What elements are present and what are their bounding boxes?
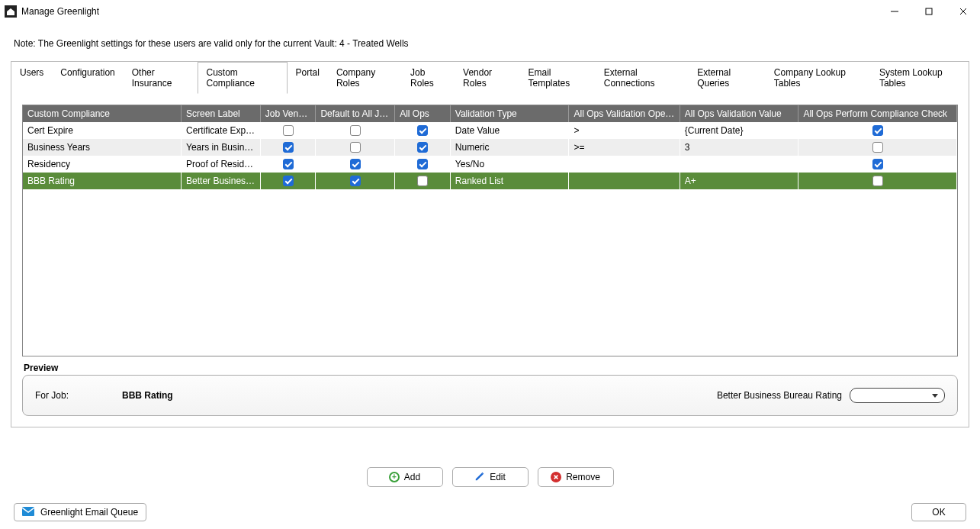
preview-item-name: BBB Rating [122, 390, 173, 401]
preview-field-label: Better Business Bureau Rating [717, 390, 842, 401]
checkbox[interactable] [872, 159, 883, 169]
column-header[interactable]: All Ops [395, 105, 451, 122]
mail-icon [22, 507, 34, 518]
checkbox[interactable] [417, 159, 428, 169]
cell: Better Business B... [182, 173, 261, 189]
cell: Cert Expire [23, 122, 182, 139]
checkbox[interactable] [872, 176, 883, 186]
table-row[interactable]: Cert ExpireCertificate Expirati...Date V… [23, 122, 957, 139]
cell: Certificate Expirati... [182, 122, 261, 139]
plus-icon: + [389, 472, 400, 482]
tabs-container: UsersConfigurationOther InsuranceCustom … [11, 61, 969, 427]
app-icon [5, 5, 17, 18]
remove-button[interactable]: Remove [538, 467, 614, 487]
add-button[interactable]: + Add [367, 467, 443, 487]
email-queue-label: Greenlight Email Queue [40, 507, 138, 518]
ok-button[interactable]: OK [911, 503, 966, 521]
table-row[interactable]: ResidencyProof of ResidencyYes/No [23, 156, 957, 173]
column-header[interactable]: Validation Type [450, 105, 569, 122]
preview-select[interactable] [850, 388, 945, 403]
ok-button-label: OK [932, 507, 945, 518]
edit-button[interactable]: Edit [452, 467, 529, 487]
title-bar: Manage Greenlight [0, 0, 980, 23]
table-row[interactable]: Business YearsYears in BusinessNumeric>=… [23, 139, 957, 156]
tab-content-custom-compliance: Custom ComplianceScreen LabelJob Vendors… [11, 94, 969, 427]
cell: >= [569, 139, 680, 156]
tab-company-roles[interactable]: Company Roles [328, 62, 402, 94]
column-header[interactable]: Default to All Jobs [316, 105, 395, 122]
svg-rect-1 [926, 8, 932, 15]
checkbox[interactable] [350, 176, 361, 186]
tab-users[interactable]: Users [11, 62, 52, 94]
tab-configuration[interactable]: Configuration [52, 62, 123, 94]
column-header[interactable]: Job Vendors [260, 105, 316, 122]
tab-strip: UsersConfigurationOther InsuranceCustom … [11, 62, 969, 94]
column-header[interactable]: All Ops Validation Value [680, 105, 798, 122]
note-text: Note: The Greenlight settings for these … [0, 23, 980, 61]
tab-external-queries[interactable]: External Queries [689, 62, 766, 94]
cell: BBB Rating [23, 173, 182, 189]
cell: {Current Date} [680, 122, 798, 139]
cell: Yes/No [450, 156, 569, 173]
edit-button-label: Edit [490, 472, 506, 482]
cell: Ranked List [450, 173, 569, 189]
tab-email-templates[interactable]: Email Templates [519, 62, 595, 94]
checkbox[interactable] [283, 176, 294, 186]
preview-heading: Preview [24, 363, 958, 373]
action-buttons: + Add Edit Remove [0, 467, 980, 487]
checkbox[interactable] [350, 125, 361, 136]
email-queue-button[interactable]: Greenlight Email Queue [14, 503, 146, 521]
checkbox[interactable] [417, 176, 428, 186]
cell: Date Value [450, 122, 569, 139]
pencil-icon [474, 471, 485, 484]
cell: > [569, 122, 680, 139]
close-button[interactable] [946, 0, 980, 23]
checkbox[interactable] [872, 125, 883, 136]
cell [680, 156, 798, 173]
minimize-button[interactable] [877, 0, 911, 23]
maximize-button[interactable] [911, 0, 946, 23]
remove-button-label: Remove [566, 472, 600, 482]
cell: A+ [680, 173, 798, 189]
tab-external-connections[interactable]: External Connections [596, 62, 689, 94]
checkbox[interactable] [417, 125, 428, 136]
table-row[interactable]: BBB RatingBetter Business B...Ranked Lis… [23, 173, 957, 189]
tab-job-roles[interactable]: Job Roles [402, 62, 455, 94]
preview-forjob-label: For Job: [35, 390, 69, 401]
checkbox[interactable] [283, 125, 294, 136]
checkbox[interactable] [872, 142, 883, 153]
column-header[interactable]: All Ops Perform Compliance Check [798, 105, 957, 122]
tab-portal[interactable]: Portal [288, 62, 328, 94]
add-button-label: Add [404, 472, 420, 482]
compliance-grid[interactable]: Custom ComplianceScreen LabelJob Vendors… [22, 105, 958, 356]
bottom-bar: Greenlight Email Queue OK [0, 503, 980, 521]
checkbox[interactable] [283, 142, 294, 153]
column-header[interactable]: All Ops Validation Operator [569, 105, 680, 122]
cell: Proof of Residency [182, 156, 261, 173]
cell: Numeric [450, 139, 569, 156]
tab-custom-compliance[interactable]: Custom Compliance [198, 62, 287, 94]
cell [569, 173, 680, 189]
cell [569, 156, 680, 173]
checkbox[interactable] [350, 142, 361, 153]
column-header[interactable]: Screen Label [182, 105, 261, 122]
tab-other-insurance[interactable]: Other Insurance [124, 62, 198, 94]
cell: Residency [23, 156, 182, 173]
checkbox[interactable] [283, 159, 294, 169]
window-title: Manage Greenlight [21, 6, 99, 17]
preview-panel: For Job: BBB Rating Better Business Bure… [22, 375, 958, 416]
tab-system-lookup-tables[interactable]: System Lookup Tables [871, 62, 969, 94]
cell: Business Years [23, 139, 182, 156]
checkbox[interactable] [350, 159, 361, 169]
tab-company-lookup-tables[interactable]: Company Lookup Tables [766, 62, 871, 94]
cell: 3 [680, 139, 798, 156]
column-header[interactable]: Custom Compliance [23, 105, 182, 122]
checkbox[interactable] [417, 142, 428, 153]
delete-icon [551, 472, 561, 482]
cell: Years in Business [182, 139, 261, 156]
tab-vendor-roles[interactable]: Vendor Roles [455, 62, 519, 94]
svg-rect-6 [22, 507, 34, 516]
